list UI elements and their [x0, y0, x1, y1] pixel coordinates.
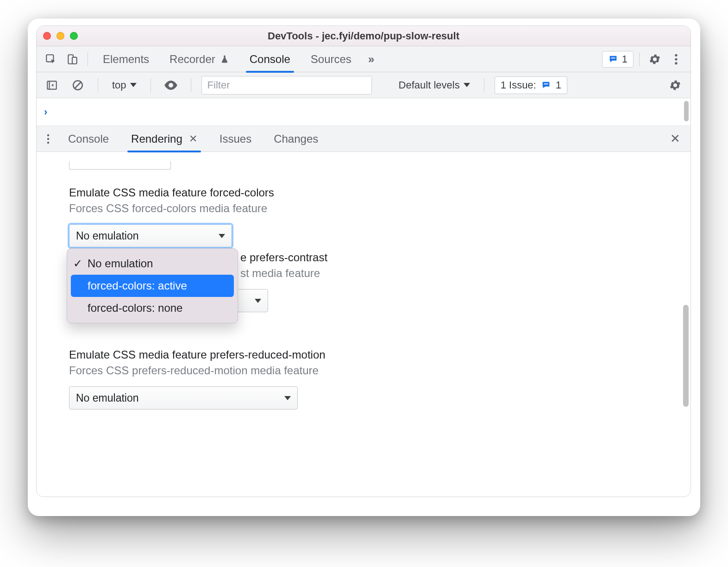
console-sidebar-toggle-icon[interactable] — [42, 76, 62, 94]
speech-icon — [541, 80, 551, 90]
chevron-down-icon — [255, 299, 261, 303]
zoom-window-button[interactable] — [70, 32, 78, 40]
rendering-panel: Emulate CSS media feature forced-colors … — [37, 152, 690, 497]
prompt-caret-icon: › — [44, 106, 47, 118]
svg-point-6 — [675, 62, 677, 64]
tab-label: Console — [250, 53, 290, 66]
separator — [639, 52, 640, 66]
issues-link[interactable]: 1 Issue: 1 — [495, 76, 567, 94]
filter-input[interactable]: Filter — [201, 76, 372, 94]
section-subtitle: Forces CSS forced-colors media feature — [69, 202, 658, 215]
drawer-tab-console[interactable]: Console — [58, 126, 119, 152]
tab-label: Issues — [220, 132, 251, 145]
context-label: top — [112, 79, 126, 91]
forced-colors-select[interactable]: No emulation — [69, 224, 232, 247]
console-settings-gear-icon[interactable] — [665, 76, 685, 94]
select-value: No emulation — [76, 392, 139, 404]
select-value: No emulation — [76, 230, 139, 242]
separator — [484, 78, 484, 92]
tab-console[interactable]: Console — [240, 46, 300, 72]
tab-label: Changes — [274, 132, 318, 145]
option-label: forced-colors: none — [88, 302, 182, 315]
chevron-down-icon — [130, 83, 137, 87]
prefers-contrast-sub-partial: st media feature — [240, 267, 320, 280]
svg-rect-2 — [72, 57, 77, 63]
issues-count: 1 — [622, 53, 628, 65]
drawer-tabstrip: Console Rendering ✕ Issues Changes ✕ — [37, 126, 690, 152]
prefers-reduced-motion-select[interactable]: No emulation — [69, 386, 298, 410]
drawer-tab-changes[interactable]: Changes — [264, 126, 328, 152]
live-expression-eye-icon[interactable] — [161, 76, 181, 94]
levels-label: Default levels — [399, 79, 460, 91]
drawer-tab-rendering[interactable]: Rendering ✕ — [121, 126, 207, 152]
separator — [98, 78, 98, 92]
chevron-down-icon — [284, 396, 291, 400]
tab-label: Elements — [103, 53, 149, 66]
drawer-tab-issues[interactable]: Issues — [209, 126, 262, 152]
issues-link-label: 1 Issue: — [501, 79, 536, 91]
tab-label: Rendering — [131, 132, 182, 145]
svg-point-10 — [47, 134, 49, 136]
chevron-down-icon — [219, 234, 225, 238]
prefers-reduced-motion-section: Emulate CSS media feature prefers-reduce… — [69, 348, 658, 410]
kebab-menu-icon[interactable] — [666, 50, 686, 69]
tab-sources[interactable]: Sources — [301, 46, 361, 72]
dropdown-option-no-emulation[interactable]: ✓ No emulation — [67, 252, 238, 275]
close-window-button[interactable] — [43, 32, 51, 40]
section-title: Emulate CSS media feature prefers-reduce… — [69, 348, 658, 361]
svg-point-11 — [47, 138, 49, 139]
flask-icon — [220, 54, 229, 64]
svg-point-5 — [675, 58, 677, 60]
tab-recorder[interactable]: Recorder — [160, 46, 238, 72]
dropdown-option-forced-colors-none[interactable]: forced-colors: none — [67, 297, 238, 319]
separator — [88, 52, 88, 66]
tab-label: Recorder — [169, 53, 215, 66]
main-tabstrip: Elements Recorder Console Sources » 1 — [37, 46, 690, 72]
svg-rect-9 — [544, 83, 548, 84]
option-label: No emulation — [88, 257, 153, 270]
clear-console-icon[interactable] — [68, 76, 88, 94]
drawer-kebab-icon[interactable] — [40, 130, 56, 148]
section-title: Emulate CSS media feature forced-colors — [69, 186, 658, 199]
section-subtitle: Forces CSS prefers-reduced-motion media … — [69, 364, 658, 377]
window-controls — [43, 32, 78, 40]
console-toolbar: top Filter Default levels 1 Issue: — [37, 72, 690, 98]
window-title: DevTools - jec.fyi/demo/pup-slow-result — [37, 30, 690, 42]
devtools-window: DevTools - jec.fyi/demo/pup-slow-result … — [36, 25, 691, 497]
minimize-window-button[interactable] — [56, 32, 64, 40]
scrollbar-thumb[interactable] — [684, 101, 689, 121]
svg-point-12 — [47, 141, 49, 143]
issues-link-count: 1 — [556, 79, 561, 91]
close-drawer-icon[interactable]: ✕ — [664, 132, 687, 146]
dropdown-option-forced-colors-active[interactable]: forced-colors: active — [71, 275, 234, 297]
titlebar: DevTools - jec.fyi/demo/pup-slow-result — [37, 26, 690, 46]
separator — [151, 78, 151, 92]
check-icon: ✓ — [73, 257, 83, 270]
forced-colors-dropdown: ✓ No emulation forced-colors: active for… — [67, 248, 238, 323]
speech-icon — [608, 54, 618, 64]
context-selector[interactable]: top — [108, 77, 140, 93]
tab-label: Console — [68, 132, 109, 145]
inspect-element-icon[interactable] — [41, 50, 61, 69]
option-label: forced-colors: active — [88, 279, 187, 292]
scrollbar-thumb[interactable] — [683, 305, 689, 407]
separator — [191, 78, 191, 92]
settings-gear-icon[interactable] — [645, 50, 665, 69]
close-tab-icon[interactable]: ✕ — [189, 133, 197, 145]
truncated-select — [69, 161, 171, 170]
console-prompt[interactable]: › — [37, 98, 690, 126]
svg-point-4 — [675, 54, 677, 56]
tab-elements[interactable]: Elements — [94, 46, 158, 72]
prefers-contrast-title-partial: e prefers-contrast — [240, 251, 327, 264]
svg-rect-3 — [611, 57, 615, 58]
more-tabs-button[interactable]: » — [363, 46, 380, 72]
filter-placeholder: Filter — [207, 79, 230, 91]
chevron-down-icon — [464, 83, 470, 87]
log-levels-selector[interactable]: Default levels — [395, 77, 474, 93]
tab-label: Sources — [311, 53, 351, 66]
device-toolbar-icon[interactable] — [63, 50, 82, 69]
forced-colors-section: Emulate CSS media feature forced-colors … — [69, 186, 658, 247]
issues-badge[interactable]: 1 — [602, 51, 634, 68]
